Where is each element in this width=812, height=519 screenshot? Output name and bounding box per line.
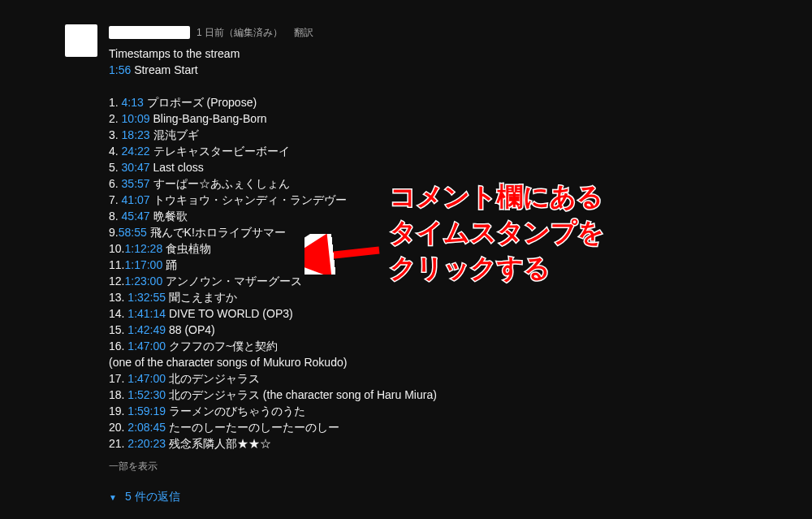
replies-toggle[interactable]: ▼ 5 件の返信 (109, 490, 437, 504)
comment-body: 1 日前（編集済み） 翻訳 Timestamps to the stream1:… (109, 24, 437, 504)
timestamp-link[interactable]: 35:57 (122, 177, 150, 190)
comment-header: 1 日前（編集済み） 翻訳 (109, 24, 437, 41)
comment-line: 7. 41:07 トウキョウ・シャンディ・ランデヴー (109, 192, 437, 208)
comment-line: 10.1:12:28 食虫植物 (109, 240, 437, 257)
timestamp-link[interactable]: 10:09 (122, 112, 150, 125)
timestamp-link[interactable]: 1:47:00 (127, 372, 166, 385)
author-name-redacted[interactable] (109, 26, 190, 39)
comment-line: 1:56 Stream Start (109, 62, 437, 78)
comment-line: 19. 1:59:19 ラーメンのびちゃうのうた (109, 403, 437, 419)
comment-line: 6. 35:57 すーぱー☆あふぇくしょん (109, 175, 437, 192)
comment-line: 8. 45:47 晩餐歌 (109, 208, 437, 224)
comment-line: 21. 2:20:23 残念系隣人部★★☆ (109, 435, 437, 452)
comment-line: 3. 18:23 混沌ブギ (109, 127, 437, 143)
timestamp-link[interactable]: 24:22 (122, 145, 150, 158)
timestamp-link[interactable]: 1:56 (109, 63, 131, 76)
comment-line: 16. 1:47:00 クフフのフ~僕と契約 (109, 338, 437, 354)
timestamp-link[interactable]: 1:47:00 (127, 340, 166, 352)
comment-line: (one of the character songs of Mukuro Ro… (109, 354, 437, 370)
timestamp-link[interactable]: 1:32:55 (127, 291, 166, 304)
comment-line: 17. 1:47:00 北のデンジャラス (109, 370, 437, 387)
comment-line: 14. 1:41:14 DIVE TO WORLD (OP3) (109, 305, 437, 322)
timestamp-link[interactable]: 41:07 (122, 193, 150, 206)
chevron-down-icon: ▼ (109, 493, 117, 502)
timestamp-link[interactable]: 18:23 (122, 128, 150, 141)
timestamp-link[interactable]: 1:41:14 (127, 307, 166, 320)
comment-line: 20. 2:08:45 たーのしーたーのしーたーのしー (109, 419, 437, 435)
timestamp-link[interactable]: 58:55 (119, 226, 147, 239)
translate-link[interactable]: 翻訳 (294, 26, 313, 40)
comment-line: 1. 4:13 プロポーズ (Propose) (109, 94, 437, 110)
comment-line: 4. 24:22 テレキャスタービーボーイ (109, 143, 437, 159)
comment-line: 11.1:17:00 踊 (109, 257, 437, 273)
comment-line: 12.1:23:00 アンノウン・マザーグース (109, 273, 437, 289)
timestamp-link[interactable]: 30:47 (122, 161, 150, 174)
comment-line: 9.58:55 飛んでK!ホロライブサマー (109, 224, 437, 240)
comment-line: 5. 30:47 Last closs (109, 159, 437, 175)
comment-line: 15. 1:42:49 88 (OP4) (109, 322, 437, 338)
comment-meta: 1 日前（編集済み） (197, 26, 283, 40)
timestamp-link[interactable]: 2:20:23 (127, 437, 166, 450)
timestamp-link[interactable]: 1:42:49 (127, 323, 166, 336)
timestamp-link[interactable]: 1:52:30 (127, 388, 166, 401)
timestamp-link[interactable]: 1:17:00 (124, 258, 162, 271)
comment-line: 2. 10:09 Bling-Bang-Bang-Born (109, 110, 437, 127)
comment-content: Timestamps to the stream1:56 Stream Star… (109, 45, 437, 452)
timestamp-link[interactable]: 1:12:28 (124, 242, 162, 255)
timestamp-link[interactable]: 45:47 (122, 210, 150, 223)
avatar[interactable] (65, 24, 97, 57)
comment-line: Timestamps to the stream (109, 45, 437, 62)
show-less-link[interactable]: 一部を表示 (109, 460, 437, 474)
timestamp-link[interactable]: 2:08:45 (127, 421, 166, 434)
comment-line: 18. 1:52:30 北のデンジャラス (the character song… (109, 387, 437, 403)
timestamp-link[interactable]: 1:59:19 (127, 404, 166, 417)
comment-line (109, 78, 437, 94)
timestamp-link[interactable]: 4:13 (122, 96, 144, 109)
timestamp-link[interactable]: 1:23:00 (124, 275, 162, 288)
comment-line: 13. 1:32:55 聞こえますか (109, 289, 437, 305)
reply-count: 5 件の返信 (125, 490, 180, 504)
